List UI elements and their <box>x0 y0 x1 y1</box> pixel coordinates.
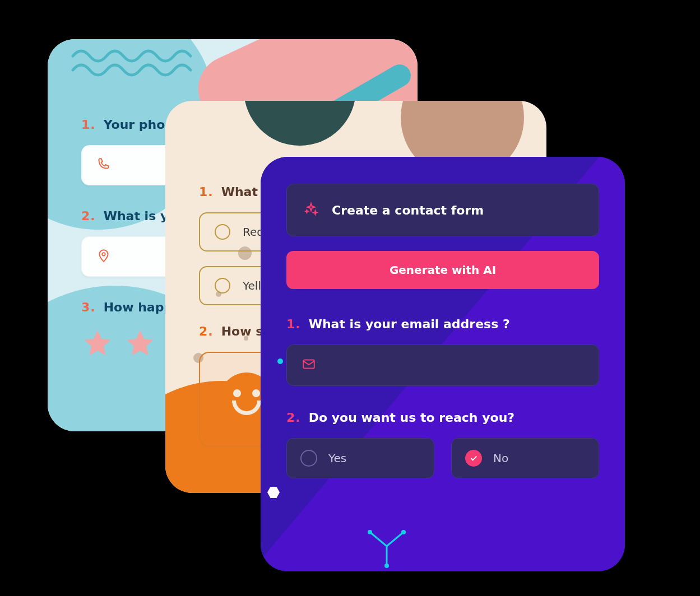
option-yes[interactable]: Yes <box>286 438 434 478</box>
question-text: Do you want us to reach you? <box>309 411 514 425</box>
svg-point-0 <box>102 253 105 255</box>
question-number: 2. <box>81 209 96 223</box>
svg-point-6 <box>368 530 372 534</box>
option-label: No <box>493 451 508 465</box>
question-number: 2. <box>199 324 214 338</box>
sparkle-icon <box>304 202 318 219</box>
question-2-label: 2. Do you want us to reach you? <box>286 411 599 425</box>
decorative-wave <box>70 45 216 78</box>
email-input[interactable] <box>286 344 599 386</box>
radio-selected-icon <box>465 450 482 467</box>
generate-button[interactable]: Generate with AI <box>286 251 599 289</box>
question-1-label: 1. What is your email address ? <box>286 317 599 331</box>
star-icon[interactable] <box>124 328 156 360</box>
ai-prompt-input[interactable]: Create a contact form <box>286 184 599 236</box>
location-pin-icon <box>96 248 111 265</box>
question-number: 3. <box>81 300 96 314</box>
radio-icon <box>215 224 230 240</box>
decorative-branch-icon <box>361 527 412 571</box>
svg-line-3 <box>370 532 387 546</box>
question-number: 1. <box>286 317 301 331</box>
question-number: 1. <box>81 118 96 132</box>
prompt-text: Create a contact form <box>332 203 484 217</box>
svg-point-7 <box>401 530 406 534</box>
radio-icon <box>215 278 230 294</box>
option-no[interactable]: No <box>451 438 599 478</box>
option-label: Yes <box>328 451 346 465</box>
star-icon[interactable] <box>81 328 114 360</box>
svg-line-4 <box>387 532 404 546</box>
svg-point-5 <box>384 564 389 568</box>
question-number: 1. <box>199 185 214 199</box>
decorative-dot <box>277 358 283 364</box>
envelope-icon <box>302 357 316 374</box>
form-card-front: Create a contact form Generate with AI 1… <box>261 157 625 571</box>
question-text: What is your email address ? <box>309 317 510 331</box>
question-number: 2. <box>286 411 301 425</box>
radio-icon <box>300 450 317 467</box>
phone-icon <box>96 157 111 174</box>
